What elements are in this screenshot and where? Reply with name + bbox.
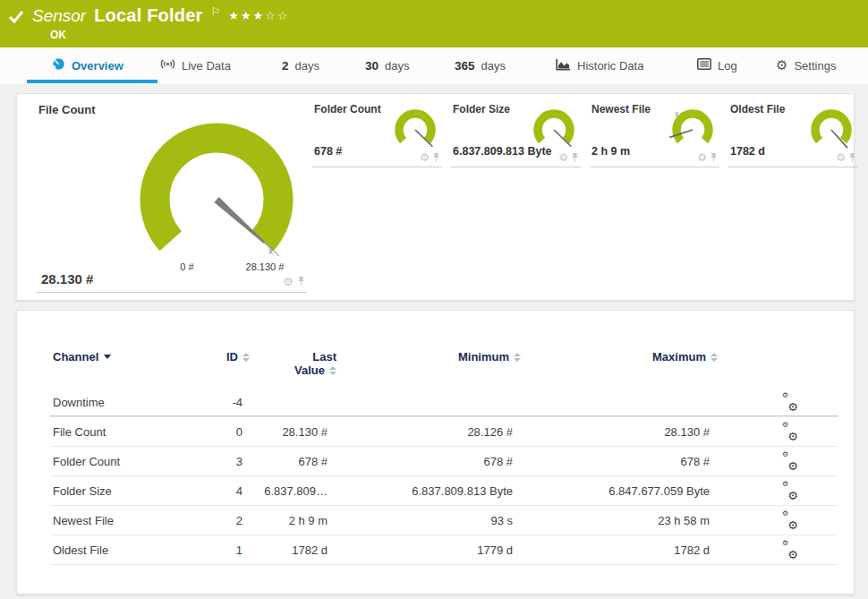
- table-row-file-count[interactable]: File Count 0 28.130 # 28.126 # 28.130 # …: [17, 417, 855, 447]
- minimum-value: 6.837.809.813 Byte: [412, 476, 513, 506]
- status-ok-check-icon: [8, 10, 24, 28]
- table-row-newest-file[interactable]: Newest File 2 2 h 9 m 93 s 23 h 58 m ⚙⚙: [17, 506, 855, 535]
- pin-icon[interactable]: [297, 277, 305, 287]
- tab-log-label: Log: [718, 59, 737, 73]
- gauge-settings-gear-icon[interactable]: ⚙: [283, 275, 294, 288]
- tab-live-data[interactable]: Live Data: [160, 47, 231, 83]
- tab-historic-data-label: Historic Data: [577, 59, 643, 73]
- tab-settings[interactable]: ⚙ Settings: [776, 47, 836, 83]
- primary-gauge-title: File Count: [38, 103, 96, 116]
- newest-file-gauge: [666, 103, 719, 157]
- table-row-folder-size[interactable]: Folder Size 4 6.837.809… 6.837.809.813 B…: [17, 476, 855, 506]
- tab-2-days[interactable]: 2 days: [282, 47, 319, 83]
- pin-icon[interactable]: [571, 153, 579, 163]
- mini-gauge-value: 678 #: [314, 145, 342, 158]
- divider: [728, 167, 858, 167]
- mini-gauge-title: Folder Size: [453, 103, 510, 116]
- gauges-panel: File Count 0 # 28.130 # x̄ 28.130 # ⚙ Fo…: [16, 93, 855, 301]
- table-header-row: Channel ID Last Value Minimum Maximum: [17, 345, 855, 381]
- last-value: 28.130 #: [282, 417, 328, 447]
- gauge-icon: [52, 57, 65, 73]
- divider: [451, 167, 581, 167]
- table-body: Downtime -4 ⚙⚙ File Count 0 28.130 # 28.…: [17, 388, 855, 565]
- flag-icon[interactable]: ⚐: [211, 5, 221, 18]
- sensor-overview-page: Sensor Local Folder ⚐ ★★★☆☆ OK Overview: [0, 0, 868, 599]
- channel-settings-icon[interactable]: ⚙⚙: [782, 513, 798, 529]
- tab-365-days-label: days: [481, 59, 506, 73]
- mini-gauge-folder-count: Folder Count 678 # ⚙: [310, 101, 442, 162]
- tab-overview-label: Overview: [72, 59, 123, 73]
- channel-settings-icon[interactable]: ⚙⚙: [782, 424, 798, 441]
- folder-count-gauge: [388, 103, 442, 157]
- channel-settings-icon[interactable]: ⚙⚙: [782, 454, 798, 470]
- column-header-minimum[interactable]: Minimum: [458, 350, 521, 364]
- maximum-value: 28.130 #: [664, 417, 710, 447]
- channel-name[interactable]: Folder Count: [53, 447, 120, 476]
- tab-bar: Overview Live Data 2 days 30 days: [0, 47, 868, 84]
- channel-settings-icon[interactable]: ⚙⚙: [782, 395, 798, 411]
- gauge-scale-max: 28.130 #: [235, 261, 294, 272]
- page-title: Local Folder: [94, 5, 202, 26]
- tab-overview[interactable]: Overview: [52, 47, 123, 83]
- mini-gauge-title: Newest File: [591, 103, 651, 116]
- mini-gauge-value: 2 h 9 m: [591, 145, 630, 158]
- pin-icon[interactable]: [848, 153, 856, 163]
- minimum-value: 93 s: [490, 506, 513, 535]
- gauge-settings-gear-icon[interactable]: ⚙: [558, 151, 568, 164]
- tab-30-days-label: days: [385, 59, 409, 73]
- tab-historic-data[interactable]: Historic Data: [556, 47, 643, 83]
- table-row-oldest-file[interactable]: Oldest File 1 1782 d 1779 d 1782 d ⚙⚙: [17, 535, 855, 565]
- divider: [37, 292, 307, 293]
- last-value: 6.837.809…: [264, 476, 328, 506]
- gauge-settings-gear-icon[interactable]: ⚙: [836, 151, 846, 164]
- mini-gauge-title: Oldest File: [730, 103, 785, 116]
- channel-name[interactable]: Newest File: [53, 506, 114, 535]
- column-header-last-value[interactable]: Last Value: [294, 350, 336, 377]
- tab-365-days-number: 365: [455, 59, 475, 73]
- sort-icon: [514, 353, 521, 362]
- sort-icon: [243, 353, 250, 362]
- channels-table-panel: Channel ID Last Value Minimum Maximum: [16, 310, 855, 595]
- sort-icon: [329, 366, 336, 375]
- channel-id: 1: [236, 535, 243, 565]
- channel-id: -4: [232, 388, 243, 417]
- channel-id: 0: [236, 417, 243, 447]
- column-header-channel[interactable]: Channel: [53, 350, 111, 364]
- channel-name[interactable]: Oldest File: [53, 535, 108, 565]
- channel-id: 4: [236, 476, 243, 506]
- channel-name[interactable]: File Count: [53, 417, 106, 447]
- pin-icon[interactable]: [710, 153, 718, 163]
- channel-settings-icon[interactable]: ⚙⚙: [782, 483, 798, 500]
- tab-settings-label: Settings: [794, 59, 836, 73]
- last-value: 678 #: [298, 447, 328, 476]
- channel-name[interactable]: Folder Size: [53, 476, 112, 506]
- mean-marker: x̄: [268, 246, 273, 256]
- table-row-folder-count[interactable]: Folder Count 3 678 # 678 # 678 # ⚙⚙: [17, 447, 855, 476]
- column-header-maximum[interactable]: Maximum: [652, 350, 718, 364]
- minimum-value: 678 #: [483, 447, 513, 476]
- minimum-value: 1779 d: [477, 535, 513, 565]
- column-header-id[interactable]: ID: [226, 350, 250, 364]
- maximum-value: 23 h 58 m: [658, 506, 710, 535]
- tab-2-days-label: days: [295, 59, 319, 73]
- channel-id: 3: [236, 447, 243, 476]
- last-value: 1782 d: [292, 535, 328, 565]
- divider: [312, 167, 442, 167]
- channel-settings-icon[interactable]: ⚙⚙: [782, 543, 798, 559]
- maximum-value: 678 #: [680, 447, 710, 476]
- last-value: 2 h 9 m: [289, 506, 328, 535]
- area-chart-icon: [556, 58, 571, 73]
- gauge-settings-gear-icon[interactable]: ⚙: [697, 151, 707, 164]
- gauge-settings-gear-icon[interactable]: ⚙: [420, 151, 430, 164]
- oldest-file-gauge: [804, 103, 858, 157]
- priority-stars[interactable]: ★★★☆☆: [228, 9, 289, 22]
- channel-name[interactable]: Downtime: [53, 388, 105, 417]
- gauge-scale-min: 0 #: [169, 261, 205, 272]
- pin-icon[interactable]: [432, 153, 440, 163]
- tab-30-days[interactable]: 30 days: [365, 47, 410, 83]
- channel-id: 2: [236, 506, 243, 535]
- tab-365-days[interactable]: 365 days: [455, 47, 506, 83]
- tab-log[interactable]: Log: [697, 47, 737, 83]
- sort-icon: [711, 353, 718, 362]
- table-row-downtime[interactable]: Downtime -4 ⚙⚙: [17, 388, 855, 417]
